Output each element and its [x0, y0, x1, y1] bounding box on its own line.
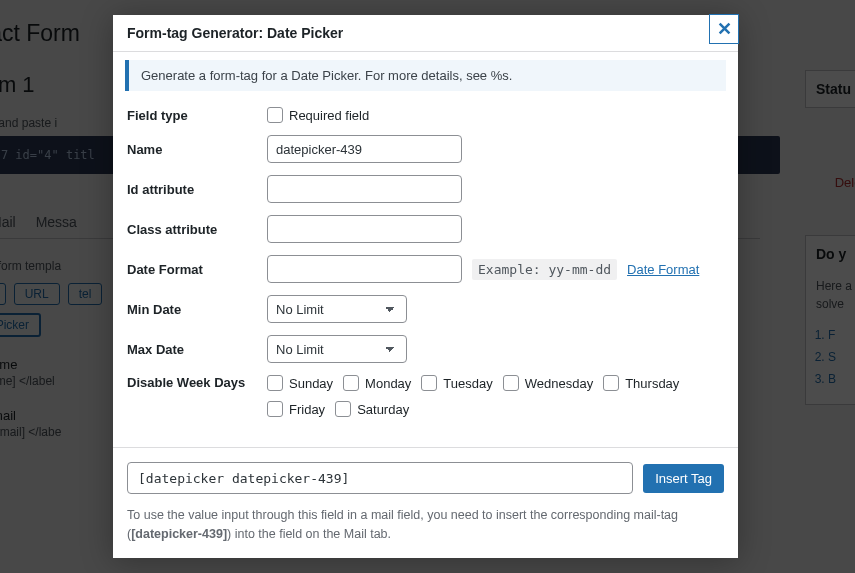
day-monday[interactable]: Monday: [343, 375, 411, 391]
modal-info: Generate a form-tag for a Date Picker. F…: [125, 60, 726, 91]
name-input[interactable]: [267, 135, 462, 163]
insert-tag-button[interactable]: Insert Tag: [643, 464, 724, 493]
day-thursday[interactable]: Thursday: [603, 375, 679, 391]
modal-title: Form-tag Generator: Date Picker: [127, 25, 343, 41]
disable-days-label: Disable Week Days: [127, 375, 267, 390]
field-type-label: Field type: [127, 108, 267, 123]
class-label: Class attribute: [127, 222, 267, 237]
shortcode-output[interactable]: [127, 462, 633, 494]
day-tuesday[interactable]: Tuesday: [421, 375, 492, 391]
date-format-input[interactable]: [267, 255, 462, 283]
mail-tag-note: To use the value input through this fiel…: [127, 506, 724, 544]
date-format-example: Example: yy-mm-dd: [472, 259, 617, 280]
day-wednesday[interactable]: Wednesday: [503, 375, 593, 391]
id-input[interactable]: [267, 175, 462, 203]
required-label: Required field: [289, 108, 369, 123]
close-icon[interactable]: ✕: [709, 14, 739, 44]
max-date-label: Max Date: [127, 342, 267, 357]
day-friday[interactable]: Friday: [267, 401, 325, 417]
min-date-select[interactable]: No Limit: [267, 295, 407, 323]
max-date-select[interactable]: No Limit: [267, 335, 407, 363]
min-date-label: Min Date: [127, 302, 267, 317]
date-format-label: Date Format: [127, 262, 267, 277]
class-input[interactable]: [267, 215, 462, 243]
required-checkbox-wrap[interactable]: Required field: [267, 107, 369, 123]
id-label: Id attribute: [127, 182, 267, 197]
day-sunday[interactable]: Sunday: [267, 375, 333, 391]
date-format-link[interactable]: Date Format: [627, 262, 699, 277]
name-label: Name: [127, 142, 267, 157]
form-tag-generator-modal: Form-tag Generator: Date Picker ✕ Genera…: [113, 15, 738, 558]
modal-header: Form-tag Generator: Date Picker ✕: [113, 15, 738, 52]
day-saturday[interactable]: Saturday: [335, 401, 409, 417]
required-checkbox[interactable]: [267, 107, 283, 123]
